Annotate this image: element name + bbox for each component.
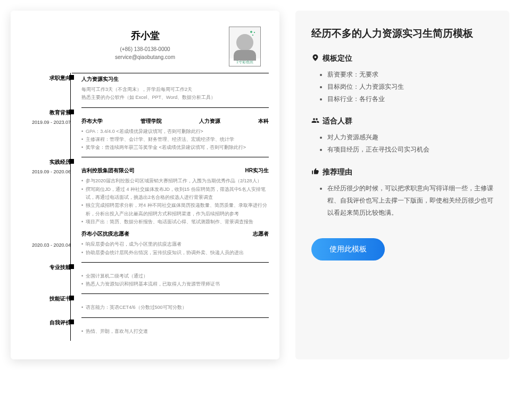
section-intent: 求职意向 人力资源实习生 每周可工作3天（不含周末），开学后每周可工作2天 熟悉…: [81, 73, 269, 108]
resume-header: 乔小堂 (+86) 138-0138-0000 service@qiaobuta…: [21, 29, 269, 61]
positioning-section: 模板定位 薪资要求：无要求 目标岗位：人力资源实习生 目标行业：各行各业: [311, 54, 493, 105]
use-template-button[interactable]: 使用此模板: [311, 238, 385, 261]
section-skills: 专业技能 全国计算机二级考试（通过） 熟悉人力资源知识和招聘基本流程，已取得人力…: [81, 263, 269, 295]
section-selfeval: 自我评价 热情、开朗，喜欢与人打交道: [81, 318, 269, 341]
section-practice: 实践经历 2019.09 - 2020.06 2020.03 - 2020.04…: [81, 157, 269, 262]
info-panel: 经历不多的人力资源实习生简历模板 模板定位 薪资要求：无要求 目标岗位：人力资源…: [295, 11, 509, 359]
resume-preview: 乔小堂 (+86) 138-0138-0000 service@qiaobuta…: [11, 11, 279, 359]
thumbs-up-icon: [311, 167, 319, 177]
audience-section: 适合人群 对人力资源感兴趣 有项目经历，正在寻找公司实习机会: [311, 116, 493, 156]
reason-section: 推荐理由 在经历很少的时候，可以把求职意向写得详细一些，主修课程、自我评价也写上…: [311, 167, 493, 219]
panel-title: 经历不多的人力资源实习生简历模板: [311, 27, 493, 40]
people-icon: [311, 116, 319, 126]
photo-placeholder: 1寸彩色照: [229, 27, 261, 66]
target-icon: [311, 54, 319, 63]
section-certs: 技能证书 语言能力：英语CET4/6（分数过500可写分数）: [81, 294, 269, 317]
section-education: 教育背景 2019.09 - 2023.07 乔布大学 管理学院 人力资源 本科…: [81, 108, 269, 158]
